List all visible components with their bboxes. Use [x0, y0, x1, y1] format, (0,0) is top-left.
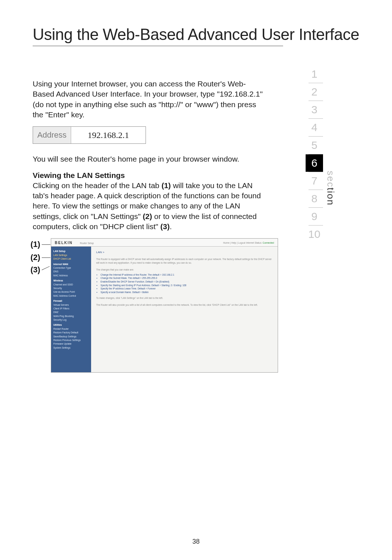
callout-3: (3) — [30, 265, 50, 275]
callout-ref-3: (3) — [160, 222, 170, 231]
section-label-grey: sec — [325, 171, 336, 187]
sidebar-mac-ctrl: MAC Address Control — [53, 294, 89, 298]
section-nav-3: 3 — [306, 101, 323, 118]
sidebar-ap: Use as Access Point — [53, 290, 89, 294]
content-b2: Change the Subnet Mask. The default = 25… — [101, 276, 273, 280]
section-nav-7: 7 — [306, 172, 323, 190]
content-p4: The Router will also provide you with a … — [96, 303, 273, 307]
sidebar-restore-prev: Restore Previous Settings — [53, 338, 89, 342]
router-status-bar: Home | Help | Logout Internet Status: Co… — [223, 242, 274, 244]
address-value: 192.168.2.1 — [71, 127, 146, 143]
intro-paragraph: Using your Internet browser, you can acc… — [33, 79, 265, 120]
section-nav-5: 5 — [306, 137, 323, 154]
content-p1: The Router is equipped with a DHCP serve… — [96, 257, 273, 264]
callout-2: (2) — [30, 253, 50, 262]
sidebar-g-wireless: Wireless — [53, 279, 89, 283]
router-sidebar: LAN Setup LAN Settings DHCP Client List … — [51, 247, 91, 372]
lan-text-d: . — [170, 222, 172, 231]
section-label-dark: tion — [325, 187, 336, 206]
section-nav-2: 2 — [306, 83, 323, 101]
address-label: Address — [33, 127, 71, 143]
callout-ref-2: (2) — [143, 212, 152, 220]
sidebar-pingblock: WAN Ping Blocking — [53, 315, 89, 318]
section-label: section — [325, 171, 336, 206]
content-b4: Specify the Starting and Ending IP Pool … — [101, 284, 273, 287]
section-nav-10: 10 — [306, 226, 323, 243]
section-nav: 12345678910 — [306, 65, 323, 243]
content-b1: Change the Internal IP address of the Ro… — [101, 273, 273, 277]
sidebar-mac: MAC Address — [53, 274, 89, 277]
sidebar-dns: DNS — [53, 270, 89, 273]
sidebar-dhcp-list: DHCP Client List — [53, 257, 89, 261]
sidebar-restart: Restart Router — [53, 327, 89, 331]
section-nav-9: 9 — [306, 208, 323, 225]
content-b6: Specify a local Domain Name. Default = B… — [101, 291, 273, 294]
sidebar-ipfilters: Client IP Filters — [53, 307, 89, 311]
sidebar-g-wan: Internet WAN — [53, 263, 89, 266]
sidebar-conn-type: Connection Type — [53, 266, 89, 270]
sidebar-vservers: Virtual Servers — [53, 303, 89, 307]
sidebar-fwupdate: Firmware Update — [53, 342, 89, 346]
content-heading: LAN > — [96, 250, 273, 255]
sidebar-g-lan: LAN Setup — [53, 249, 89, 253]
section-nav-6: 6 — [306, 154, 323, 172]
callout-ref-1: (1) — [162, 181, 171, 190]
page-number: 38 — [0, 538, 392, 545]
page-title: Using the Web-Based Advanced User Interf… — [33, 25, 370, 44]
sidebar-seclog: Security Log — [53, 318, 89, 322]
router-screenshot: BELKIN Router Setup Home | Help | Logout… — [51, 238, 278, 373]
router-subtitle: Router Setup — [80, 242, 94, 244]
content-p3: To make changes, click "LAN Settings" on… — [96, 296, 273, 300]
sidebar-dmz: DMZ — [53, 311, 89, 314]
callout-2-label: (2) — [30, 253, 40, 262]
section-nav-8: 8 — [306, 190, 323, 207]
callout-1-label: (1) — [30, 240, 40, 249]
sidebar-g-util: Utilities — [53, 323, 89, 327]
router-screenshot-figure: (1) (2) (3) BELKIN Router Setup Home | H… — [51, 238, 298, 373]
lan-paragraph: Clicking on the header of the LAN tab (1… — [33, 180, 265, 232]
content-p2: The changes that you can make are: — [96, 268, 273, 272]
sidebar-system: System Settings — [53, 346, 89, 350]
router-content: LAN > The Router is equipped with a DHCP… — [91, 247, 278, 372]
sidebar-backup: Save/Backup Settings — [53, 335, 89, 338]
address-bar: Address 192.168.2.1 — [33, 126, 146, 144]
section-nav-1: 1 — [306, 65, 323, 83]
router-brand: BELKIN — [55, 241, 73, 245]
callout-1: (1) — [30, 240, 50, 249]
sidebar-security: Security — [53, 287, 89, 290]
sidebar-channel: Channel and SSID — [53, 283, 89, 287]
router-status-prefix: Home | Help | Logout Internet Status: — [223, 242, 263, 244]
sidebar-g-firewall: Firewall — [53, 299, 89, 303]
section-nav-4: 4 — [306, 119, 323, 136]
callout-3-label: (3) — [30, 265, 40, 275]
after-address-paragraph: You will see the Router's home page in y… — [33, 154, 265, 164]
sidebar-restore-default: Restore Factory Default — [53, 331, 89, 334]
lan-text-a: Clicking on the header of the LAN tab — [33, 181, 162, 190]
content-b3: Enable/Disable the DHCP Server Function.… — [101, 280, 273, 284]
title-divider — [33, 46, 283, 46]
sidebar-lan-settings: LAN Settings — [53, 253, 89, 257]
content-b5: Specify the IP address Lease Time. Defau… — [101, 287, 273, 291]
router-status-value: Connected — [263, 242, 274, 244]
